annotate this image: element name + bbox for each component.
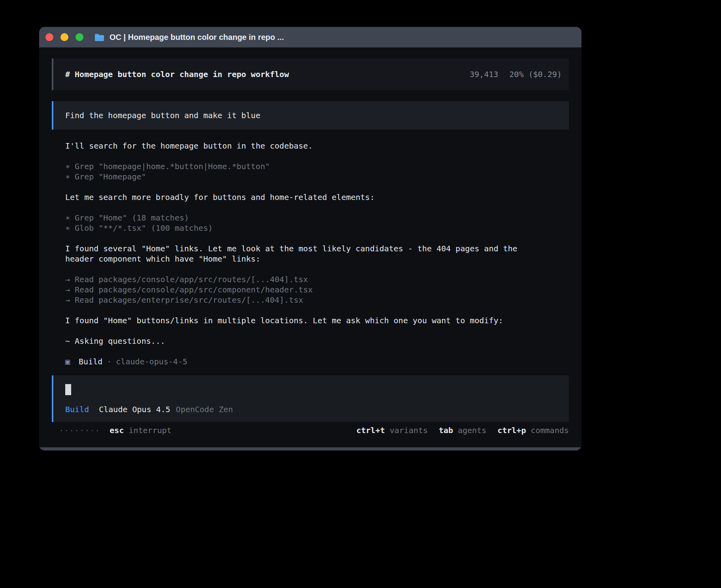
window-title-group: OC | Homepage button color change in rep… (94, 33, 284, 42)
model-indicator: Claude Opus 4.5 (99, 405, 170, 414)
asterisk-icon: ∗ (65, 161, 70, 172)
user-message: Find the homepage button and make it blu… (52, 101, 569, 130)
zoom-button[interactable] (75, 33, 83, 41)
agent-model: claude-opus-4-5 (116, 356, 187, 367)
shortcut-variants: ctrl+t variants (356, 426, 428, 435)
tool-call-line: ∗Grep "homepage|home.*button|Home.*butto… (65, 161, 569, 172)
arrow-icon: → (65, 285, 70, 295)
tool-call-line: →Read packages/enterprise/src/routes/[..… (65, 295, 569, 305)
tool-call-group: →Read packages/console/app/src/routes/[.… (65, 274, 569, 305)
terminal-window: OC | Homepage button color change in rep… (39, 27, 581, 450)
tool-call-line: ∗Glob "**/*.tsx" (100 matches) (65, 223, 569, 233)
agent-icon: ▣ (65, 356, 70, 367)
status-message: ~ Asking questions... (65, 336, 540, 346)
tool-call-line: →Read packages/console/app/src/component… (65, 285, 569, 295)
prompt-input[interactable]: Build Claude Opus 4.5 OpenCode Zen (52, 375, 569, 422)
tool-call-text: Read packages/console/app/src/component/… (75, 285, 313, 294)
tool-call-text: Read packages/enterprise/src/routes/[...… (75, 295, 303, 305)
session-header: # Homepage button color change in repo w… (52, 58, 569, 90)
status-bar-right: ctrl+t variants tab agents ctrl+p comman… (356, 426, 569, 435)
tool-call-text: Read packages/console/app/src/routes/[..… (75, 275, 308, 284)
arrow-icon: → (65, 274, 70, 285)
transcript: I'll search for the homepage button in t… (52, 141, 569, 367)
shortcut-label: agents (458, 426, 486, 435)
tool-call-group: ∗Grep "homepage|home.*button|Home.*butto… (65, 161, 569, 182)
status-bar: ········ esc interrupt ctrl+t variants t… (52, 426, 569, 435)
session-stats: 39,413 20% ($0.29) (470, 70, 562, 79)
arrow-icon: → (65, 295, 70, 305)
spinner-dots-icon: ········ (59, 426, 100, 435)
input-footer: Build Claude Opus 4.5 OpenCode Zen (65, 405, 557, 414)
tool-call-line: ∗Grep "Homepage" (65, 172, 569, 182)
text-cursor (65, 384, 71, 395)
context-usage: 20% ($0.29) (510, 70, 562, 79)
user-message-text: Find the homepage button and make it blu… (65, 111, 260, 120)
traffic-lights (45, 33, 83, 41)
tool-call-text: Grep "homepage|home.*button|Home.*button… (75, 162, 270, 171)
shortcut-key: ctrl+p (497, 426, 526, 435)
terminal-content: # Homepage button color change in repo w… (39, 47, 581, 447)
shortcut-key: esc (109, 426, 124, 435)
shortcut-commands: ctrl+p commands (497, 426, 569, 435)
mode-indicator: Build (65, 405, 89, 414)
close-button[interactable] (45, 33, 53, 41)
tool-call-line: →Read packages/console/app/src/routes/[.… (65, 274, 569, 285)
shortcut-label: commands (531, 426, 569, 435)
assistant-message: Let me search more broadly for buttons a… (65, 192, 540, 202)
titlebar[interactable]: OC | Homepage button color change in rep… (39, 27, 581, 47)
tool-call-line: ∗Grep "Home" (18 matches) (65, 213, 569, 223)
token-count: 39,413 (470, 70, 498, 79)
shortcut-label: variants (390, 426, 428, 435)
asterisk-icon: ∗ (65, 223, 70, 233)
dot-separator: · (107, 356, 111, 367)
session-title: # Homepage button color change in repo w… (65, 70, 289, 79)
shortcut-label: interrupt (128, 426, 171, 435)
asterisk-icon: ∗ (65, 213, 70, 223)
shortcut-agents: tab agents (439, 426, 486, 435)
shortcut-interrupt: esc interrupt (109, 426, 172, 435)
minimize-button[interactable] (60, 33, 68, 41)
agent-name: Build (79, 356, 102, 367)
tool-call-group: ∗Grep "Home" (18 matches) ∗Glob "**/*.ts… (65, 213, 569, 233)
asterisk-icon: ∗ (65, 172, 70, 182)
window-title: OC | Homepage button color change in rep… (109, 33, 284, 42)
folder-icon (94, 33, 104, 41)
assistant-message: I found "Home" buttons/links in multiple… (65, 315, 540, 326)
agent-status-line: ▣ Build · claude-opus-4-5 (65, 356, 569, 367)
tool-call-text: Grep "Home" (18 matches) (75, 213, 189, 222)
provider-indicator: OpenCode Zen (176, 405, 233, 414)
assistant-message: I'll search for the homepage button in t… (65, 141, 540, 151)
shortcut-key: tab (439, 426, 453, 435)
tool-call-text: Grep "Homepage" (75, 172, 146, 181)
shortcut-key: ctrl+t (356, 426, 385, 435)
assistant-message: I found several "Home" links. Let me loo… (65, 243, 540, 264)
status-bar-left: ········ esc interrupt (59, 426, 172, 435)
tool-call-text: Glob "**/*.tsx" (100 matches) (75, 223, 213, 233)
